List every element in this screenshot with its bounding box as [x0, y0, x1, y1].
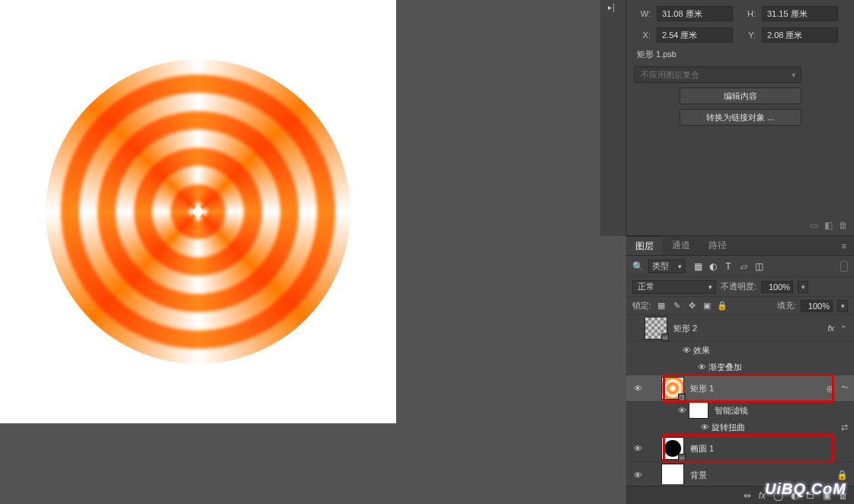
- smart-badge-icon: ◫: [678, 394, 686, 401]
- x-label: X:: [634, 30, 651, 40]
- filter-pixel-icon[interactable]: ▦: [692, 261, 703, 272]
- lock-row: 锁定: ▦ ✎ ✥ ▣ 🔒 填充: ▾: [626, 297, 854, 315]
- visibility-toggle[interactable]: 👁: [698, 423, 712, 432]
- layer-thumbnail[interactable]: ▭: [661, 437, 684, 460]
- blend-row: 正常 不透明度: ▾: [626, 277, 854, 297]
- opacity-label: 不透明度:: [721, 281, 756, 292]
- group-icon[interactable]: 🗀: [806, 490, 815, 501]
- twirl-filter-row[interactable]: 👁 旋转扭曲 ⇄: [626, 419, 854, 435]
- lock-image-icon[interactable]: ✎: [671, 301, 682, 311]
- y-label: Y:: [739, 30, 756, 40]
- trash-icon[interactable]: 🗑: [839, 220, 848, 231]
- filter-kind-select[interactable]: 类型: [648, 260, 685, 273]
- y-input[interactable]: [762, 27, 838, 43]
- panel-menu-icon[interactable]: ≡: [834, 236, 854, 255]
- visibility-toggle[interactable]: 👁: [675, 406, 689, 415]
- scroll-up-icon[interactable]: ⌃: [843, 385, 849, 394]
- tab-paths[interactable]: 路径: [699, 236, 736, 255]
- link-layers-icon[interactable]: ⇔: [744, 490, 751, 501]
- layer-list[interactable]: ▭ 矩形 2 fx ⌃ 👁 效果 👁 渐变叠加 👁 ◫ 矩形 1 ◎ ⌃ 👁 智…: [626, 315, 854, 484]
- filter-badge-icon[interactable]: ◎: [827, 384, 834, 394]
- lock-label: 锁定:: [632, 300, 651, 311]
- height-input[interactable]: [762, 6, 838, 21]
- search-icon: 🔍: [632, 261, 644, 272]
- filter-toggle[interactable]: [840, 261, 848, 272]
- fill-dropdown-icon[interactable]: ▾: [837, 300, 848, 312]
- effects-label: 效果: [693, 345, 710, 356]
- visibility-toggle[interactable]: 👁: [695, 362, 708, 372]
- visibility-toggle[interactable]: 👁: [680, 346, 693, 355]
- x-input[interactable]: [657, 27, 733, 43]
- opacity-dropdown-icon[interactable]: ▾: [798, 281, 808, 293]
- delete-layer-icon[interactable]: 🗑: [839, 490, 848, 501]
- fx-badge[interactable]: fx: [827, 324, 834, 333]
- smart-filters-label: 智能滤镜: [715, 405, 748, 416]
- filter-adjustment-icon[interactable]: ◐: [708, 261, 718, 272]
- width-input[interactable]: [657, 6, 733, 21]
- new-layer-icon[interactable]: ▣: [823, 490, 831, 501]
- tab-layers[interactable]: 图层: [626, 236, 663, 255]
- visibility-toggle[interactable]: 👁: [631, 384, 644, 393]
- visibility-toggle[interactable]: 👁: [631, 444, 644, 453]
- layer-rect2[interactable]: ▭ 矩形 2 fx ⌃: [626, 315, 854, 342]
- fill-input[interactable]: [801, 300, 833, 312]
- layers-panel: 图层 通道 路径 ≡ 🔍 类型 ▦ ◐ T ▱ ◫ 正常 不透明度: ▾ 锁定:…: [626, 236, 854, 504]
- smart-object-filename: 矩形 1.psb: [637, 49, 846, 60]
- canvas-area[interactable]: [0, 0, 396, 423]
- layer-thumbnail[interactable]: ◫: [661, 377, 684, 400]
- filter-type-icon[interactable]: T: [723, 261, 734, 272]
- layer-style-icon[interactable]: fx: [759, 490, 766, 501]
- layer-name[interactable]: 背景: [690, 470, 849, 481]
- tab-channels[interactable]: 通道: [663, 236, 699, 255]
- layer-comp-select: 不应用图层复合: [634, 66, 801, 83]
- filter-shape-icon[interactable]: ▱: [738, 261, 749, 272]
- spiral-artwork: [46, 59, 350, 364]
- layer-name[interactable]: 矩形 1: [690, 383, 827, 394]
- shape-badge-icon: ▭: [661, 333, 669, 341]
- fx-caret-icon[interactable]: ⌃: [837, 324, 849, 333]
- layer-mask-icon[interactable]: ◯: [773, 490, 783, 501]
- layers-footer: ⇔ fx ◯ ◐ 🗀 ▣ 🗑: [626, 486, 854, 504]
- layer-thumbnail[interactable]: ▭: [644, 317, 667, 340]
- blend-mode-select[interactable]: 正常: [632, 280, 716, 294]
- height-label: H:: [739, 9, 756, 18]
- effects-row[interactable]: 👁 效果: [626, 342, 854, 359]
- lock-artboard-icon[interactable]: ▣: [702, 301, 712, 311]
- convert-to-linked-button[interactable]: 转换为链接对象 ...: [680, 109, 801, 126]
- smart-filters-row[interactable]: 👁 智能滤镜: [626, 402, 854, 419]
- filter-options-icon[interactable]: ⇄: [841, 423, 848, 432]
- lock-all-icon[interactable]: 🔒: [717, 301, 728, 311]
- layer-thumbnail[interactable]: [661, 464, 684, 484]
- lock-icon[interactable]: 🔒: [836, 470, 848, 480]
- panel-tabs: 图层 通道 路径 ≡: [626, 236, 854, 256]
- layer-ellipse1[interactable]: 👁 ▭ 椭圆 1: [626, 435, 854, 462]
- layer-edge-icons: ⌃: [843, 385, 849, 394]
- panel-collapse-strip[interactable]: ▸│: [600, 0, 626, 236]
- twirl-label: 旋转扭曲: [712, 422, 745, 433]
- layer-name[interactable]: 矩形 2: [673, 323, 827, 334]
- expand-arrow-icon[interactable]: ▸│: [608, 3, 616, 11]
- fill-label: 填充:: [777, 300, 796, 311]
- filter-smart-icon[interactable]: ◫: [753, 261, 764, 272]
- layer-rect1[interactable]: 👁 ◫ 矩形 1 ◎ ⌃: [626, 375, 854, 402]
- visibility-toggle[interactable]: [631, 323, 644, 334]
- export-icon[interactable]: ◧: [824, 220, 833, 231]
- shape-badge-icon: ▭: [678, 454, 686, 461]
- gradient-overlay-row[interactable]: 👁 渐变叠加: [626, 359, 854, 375]
- properties-panel: W: H: X: Y: 矩形 1.psb 不应用图层复合 编辑内容 转换为链接对…: [626, 0, 854, 236]
- visibility-toggle[interactable]: 👁: [631, 471, 644, 480]
- edit-contents-button[interactable]: 编辑内容: [680, 88, 801, 104]
- lock-transparency-icon[interactable]: ▦: [656, 301, 667, 311]
- opacity-input[interactable]: [761, 281, 793, 293]
- gradient-overlay-label: 渐变叠加: [708, 362, 742, 373]
- smart-filter-thumbnail[interactable]: [689, 402, 708, 419]
- lock-position-icon[interactable]: ✥: [686, 301, 697, 311]
- layer-name[interactable]: 椭圆 1: [690, 443, 849, 455]
- adjustment-layer-icon[interactable]: ◐: [791, 490, 798, 501]
- width-label: W:: [634, 9, 651, 18]
- embed-icon[interactable]: ▭: [810, 220, 818, 231]
- layer-filter-row: 🔍 类型 ▦ ◐ T ▱ ◫: [626, 256, 854, 277]
- layer-background[interactable]: 👁 背景 🔒: [626, 462, 854, 484]
